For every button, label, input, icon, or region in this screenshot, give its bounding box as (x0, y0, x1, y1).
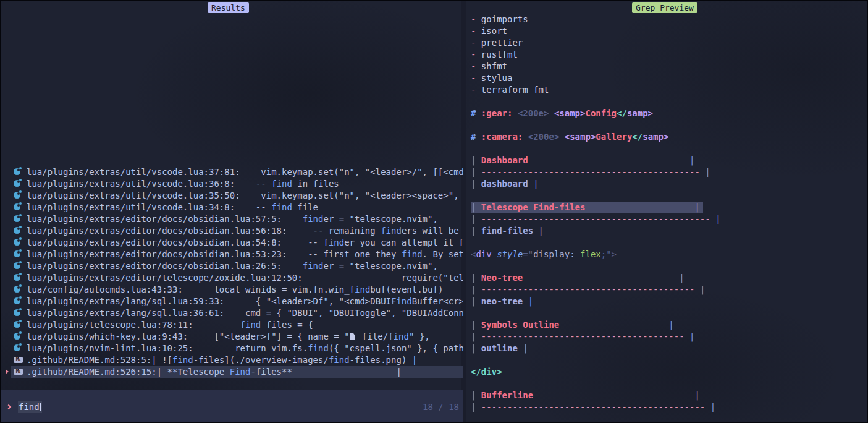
result-row[interactable]: lua/plugins/extras/util/vscode.lua:34:8:… (1, 202, 463, 213)
preview-line: - prettier (471, 37, 867, 49)
text-segment: in files (292, 179, 339, 189)
text-segment: | (471, 390, 481, 400)
text-segment (694, 284, 699, 294)
result-row[interactable]: lua/plugins/extras/util/vscode.lua:36:8:… (1, 178, 463, 190)
text-segment: -files](./overview-images/ (193, 355, 329, 365)
preview-line: - isort (471, 25, 867, 37)
lua-icon (14, 333, 20, 340)
text-segment: | (694, 202, 699, 212)
lua-icon (14, 309, 20, 316)
prompt-window[interactable]: Live Grep find 18 / 18 (1, 390, 463, 422)
text-segment: lua/plugins/which-key.lua:9:43: ["<leade… (27, 331, 350, 341)
result-row[interactable]: lua/plugins/extras/editor/docs/obsidian.… (1, 213, 463, 225)
text-segment: samp> (643, 132, 668, 142)
result-row[interactable]: lua/plugins/extras/editor/docs/obsidian.… (1, 237, 463, 249)
lua-icon (14, 203, 20, 210)
text-segment: lua/plugins/extras/lang/sql.lua:36:61: c… (27, 308, 463, 318)
text-segment: ({ "cspell.json" }, { path = (329, 343, 463, 353)
query-text[interactable]: find (18, 401, 42, 413)
text-segment: | (528, 296, 533, 306)
text-segment: er = "telescope.nvim", (323, 214, 437, 224)
preview-line: | --------------------------------------… (471, 331, 867, 343)
text-segment: | (471, 296, 481, 306)
lua-icon (14, 227, 20, 234)
text-segment: lua/plugins/extras/util/vscode.lua:35:50… (27, 190, 463, 200)
preview-line: | Telescope Find-files | (471, 202, 703, 213)
result-row[interactable]: lua/plugins/nvim-lint.lua:10:25: return … (1, 343, 463, 354)
result-row[interactable]: M↓.github/README.md:526:15:| **Telescope… (1, 366, 463, 378)
text-segment (559, 132, 564, 142)
prompt-input[interactable]: find 18 / 18 (1, 401, 463, 413)
text-segment: er you can attempt it first. (344, 237, 463, 247)
text-segment: | (705, 167, 710, 177)
text-segment: | (694, 390, 699, 400)
text-segment: Config (585, 108, 617, 118)
preview-content[interactable]: - goimports- isort- prettier- rustfmt- s… (466, 1, 867, 422)
text-segment: file/ (357, 331, 389, 341)
result-row[interactable]: lua/plugins/extras/editor/docs/obsidian.… (1, 249, 463, 260)
text-segment: .github/README.md:528:5:| ![ (27, 355, 172, 365)
preview-line: | find-files | (471, 225, 867, 237)
text-segment: | (471, 155, 481, 165)
lua-icon (14, 321, 20, 328)
result-row[interactable]: lua/plugins/which-key.lua:9:43: ["<leade… (1, 331, 463, 343)
result-row[interactable]: lua/plugins/extras/lang/sql.lua:59:33: {… (1, 296, 463, 307)
markdown-icon: M↓ (14, 357, 23, 363)
preview-line (471, 96, 867, 108)
preview-line: | Symbols Outline | (471, 319, 867, 331)
text-segment: | (700, 284, 705, 294)
selection-caret-icon (6, 369, 9, 374)
text-segment: lua/plugins/extras/editor/docs/obsidian.… (27, 226, 381, 236)
text-segment: - (471, 73, 481, 83)
result-row[interactable]: lua/plugins/extras/lang/sql.lua:36:61: c… (1, 307, 463, 319)
results-list[interactable]: lua/plugins/extras/util/vscode.lua:37:81… (1, 166, 463, 378)
lua-icon (14, 180, 20, 187)
text-segment: | (471, 167, 481, 177)
text-segment: find (271, 202, 292, 212)
result-row[interactable]: M↓.github/README.md:528:5:| ![find-files… (1, 354, 463, 366)
lua-icon (14, 286, 20, 293)
result-row[interactable]: lua/plugins/extras/util/vscode.lua:37:81… (1, 166, 463, 178)
text-segment: isort (481, 26, 507, 36)
text-segment: . By setting (423, 249, 463, 259)
result-row[interactable]: lua/plugins/extras/util/vscode.lua:35:50… (1, 190, 463, 202)
text-segment: stylua (481, 73, 513, 83)
prompt-caret-icon (6, 404, 11, 409)
result-row[interactable]: lua/config/autocmds.lua:43:33: local win… (1, 284, 463, 296)
text-segment: flex (580, 249, 601, 259)
text-segment (533, 390, 694, 400)
text-segment: -files** | (250, 367, 401, 377)
text-segment: rustfmt (481, 49, 518, 59)
text-segment: | (471, 343, 481, 353)
text-segment: find (329, 355, 350, 365)
text-segment: ers will be attem (402, 226, 463, 236)
text-segment: --------------------------------------- (481, 331, 685, 341)
result-row[interactable]: lua/plugins/extras/editor/docs/obsidian.… (1, 225, 463, 237)
text-segment: ----------------------------------------… (481, 284, 695, 294)
text-segment: lua/plugins/extras/util/vscode.lua:34:8:… (27, 202, 271, 212)
preview-line: | Neo-tree | (471, 272, 867, 284)
text-segment (492, 249, 497, 259)
text-segment: find (303, 214, 324, 224)
text-segment: Bufferline (481, 390, 533, 400)
preview-line (471, 190, 867, 202)
text-segment (512, 108, 517, 118)
text-segment (559, 320, 668, 330)
text-segment: file (292, 202, 318, 212)
text-segment: | (471, 202, 481, 212)
result-row[interactable]: lua/plugins/extras/editor/docs/obsidian.… (1, 260, 463, 272)
preview-line (471, 119, 867, 131)
text-segment: | (471, 179, 481, 189)
telescope-live-grep-window: Results Grep Preview lua/plugins/extras/… (0, 0, 868, 423)
text-segment: lua/plugins/extras/util/vscode.lua:36:8:… (27, 179, 271, 189)
text-segment: | (689, 155, 694, 165)
text-segment: Buffer<cr>", d (412, 296, 463, 306)
results-panel-title: Results (208, 2, 249, 13)
text-segment: - (471, 49, 481, 59)
text-segment: <samp> (565, 132, 596, 142)
result-row[interactable]: lua/plugins/extras/editor/telescope/zoxi… (1, 272, 463, 284)
preview-line: | --------------------------------------… (471, 166, 867, 178)
text-segment: - (471, 14, 481, 24)
result-row[interactable]: lua/plugins/telescope.lua:78:11: find_fi… (1, 319, 463, 331)
text-segment: | (471, 320, 481, 330)
